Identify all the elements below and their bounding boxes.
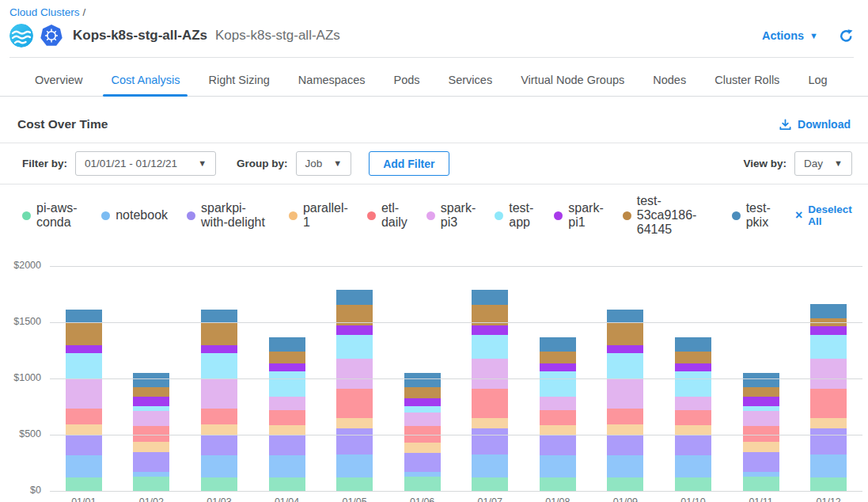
stacked-bar-01/01[interactable] xyxy=(66,310,102,491)
bar-segment-spark-pi3[interactable] xyxy=(269,397,305,410)
bar-segment-spark-pi3[interactable] xyxy=(66,379,102,409)
legend-item-spark-pi3[interactable]: spark-pi3 xyxy=(426,201,476,230)
download-button[interactable]: Download xyxy=(779,118,851,131)
legend-item-test-53ca9186-64145[interactable]: test-53ca9186-64145 xyxy=(623,194,713,237)
bar-segment-test-app[interactable] xyxy=(540,371,576,397)
legend-item-spark-pi1[interactable]: spark-pi1 xyxy=(554,201,603,230)
bar-segment-test-app[interactable] xyxy=(810,335,847,359)
bar-segment-sparkpi-with-delight[interactable] xyxy=(540,435,576,455)
bar-segment-spark-pi3[interactable] xyxy=(133,411,169,426)
bar-segment-parallel-1[interactable] xyxy=(269,425,305,435)
tab-namespaces[interactable]: Namespaces xyxy=(284,74,380,96)
tab-overview[interactable]: Overview xyxy=(21,74,97,96)
bar-segment-spark-pi1[interactable] xyxy=(269,363,305,371)
bar-segment-notebook[interactable] xyxy=(607,455,643,477)
legend-item-parallel-1[interactable]: parallel-1 xyxy=(289,201,348,230)
stacked-bar-01/10[interactable] xyxy=(675,337,711,491)
bar-segment-etl-daily[interactable] xyxy=(540,410,576,425)
bar-segment-parallel-1[interactable] xyxy=(404,443,441,453)
bar-segment-pi-aws-conda[interactable] xyxy=(743,477,779,491)
view-by-select[interactable]: Day ▼ xyxy=(794,151,852,176)
bar-segment-test-pkix[interactable] xyxy=(336,290,373,305)
stacked-bar-01/11[interactable] xyxy=(743,373,779,491)
bar-segment-test-app[interactable] xyxy=(472,335,508,359)
bar-segment-etl-daily[interactable] xyxy=(810,389,847,419)
bar-segment-sparkpi-with-delight[interactable] xyxy=(201,435,237,455)
bar-segment-test-pkix[interactable] xyxy=(810,304,847,319)
tab-cost-analysis[interactable]: Cost Analysis xyxy=(97,74,194,96)
bar-segment-etl-daily[interactable] xyxy=(66,409,102,424)
bar-segment-etl-daily[interactable] xyxy=(133,426,169,442)
bar-segment-test-53ca9186-64145[interactable] xyxy=(743,387,779,397)
bar-segment-test-app[interactable] xyxy=(269,371,305,397)
bar-segment-spark-pi3[interactable] xyxy=(404,413,441,427)
bar-segment-parallel-1[interactable] xyxy=(66,424,102,435)
bar-segment-test-app[interactable] xyxy=(675,371,711,397)
bar-segment-test-pkix[interactable] xyxy=(607,310,643,323)
bar-segment-etl-daily[interactable] xyxy=(743,426,779,442)
bar-segment-sparkpi-with-delight[interactable] xyxy=(336,428,373,454)
bar-segment-test-53ca9186-64145[interactable] xyxy=(66,323,102,345)
bar-segment-spark-pi1[interactable] xyxy=(133,397,169,405)
bar-segment-sparkpi-with-delight[interactable] xyxy=(66,435,102,455)
bar-segment-test-app[interactable] xyxy=(607,353,643,379)
bar-segment-spark-pi1[interactable] xyxy=(607,345,643,353)
bar-segment-pi-aws-conda[interactable] xyxy=(269,477,305,491)
tab-services[interactable]: Services xyxy=(434,74,507,96)
stacked-bar-01/03[interactable] xyxy=(201,310,237,491)
bar-segment-notebook[interactable] xyxy=(66,455,102,477)
bar-segment-test-pkix[interactable] xyxy=(675,337,711,352)
bar-segment-test-53ca9186-64145[interactable] xyxy=(201,323,237,345)
legend-item-pi-aws-conda[interactable]: pi-aws-conda xyxy=(22,201,82,230)
bar-segment-spark-pi1[interactable] xyxy=(675,363,711,371)
bar-segment-pi-aws-conda[interactable] xyxy=(810,477,847,491)
bar-segment-test-53ca9186-64145[interactable] xyxy=(133,387,169,397)
stacked-bar-01/05[interactable] xyxy=(336,290,373,491)
bar-segment-parallel-1[interactable] xyxy=(201,424,237,435)
bar-segment-spark-pi1[interactable] xyxy=(336,325,373,334)
bar-segment-parallel-1[interactable] xyxy=(675,425,711,435)
legend-item-test-app[interactable]: test-app xyxy=(495,201,535,230)
deselect-all-button[interactable]: × Deselect All xyxy=(795,203,852,227)
bar-segment-etl-daily[interactable] xyxy=(607,409,643,424)
stacked-bar-01/02[interactable] xyxy=(133,373,169,491)
bar-segment-test-53ca9186-64145[interactable] xyxy=(269,352,305,363)
bar-segment-parallel-1[interactable] xyxy=(540,425,576,435)
bar-segment-pi-aws-conda[interactable] xyxy=(607,477,643,491)
bar-segment-pi-aws-conda[interactable] xyxy=(336,477,373,491)
bar-segment-test-pkix[interactable] xyxy=(404,373,441,388)
bar-segment-test-pkix[interactable] xyxy=(201,310,237,323)
bar-segment-spark-pi3[interactable] xyxy=(607,379,643,409)
bar-segment-sparkpi-with-delight[interactable] xyxy=(472,428,508,454)
bar-segment-test-pkix[interactable] xyxy=(472,290,508,305)
stacked-bar-01/12[interactable] xyxy=(810,304,847,491)
bar-segment-spark-pi1[interactable] xyxy=(810,326,847,335)
bar-segment-notebook[interactable] xyxy=(336,454,373,477)
bar-segment-notebook[interactable] xyxy=(675,455,711,477)
bar-segment-etl-daily[interactable] xyxy=(269,410,305,425)
tab-log[interactable]: Log xyxy=(794,74,841,96)
bar-segment-pi-aws-conda[interactable] xyxy=(472,477,508,491)
legend-item-etl-daily[interactable]: etl-daily xyxy=(367,201,407,230)
bar-segment-test-pkix[interactable] xyxy=(540,337,576,352)
tab-cluster-rolls[interactable]: Cluster Rolls xyxy=(700,74,794,96)
bar-segment-spark-pi1[interactable] xyxy=(540,363,576,371)
add-filter-button[interactable]: Add Filter xyxy=(369,151,449,176)
bar-segment-parallel-1[interactable] xyxy=(743,442,779,453)
bar-segment-test-app[interactable] xyxy=(66,353,102,379)
bar-segment-pi-aws-conda[interactable] xyxy=(133,477,169,491)
bar-segment-etl-daily[interactable] xyxy=(336,389,373,419)
tab-virtual-node-groups[interactable]: Virtual Node Groups xyxy=(506,74,639,96)
stacked-bar-01/04[interactable] xyxy=(269,337,305,491)
bar-segment-spark-pi3[interactable] xyxy=(743,411,779,426)
bar-segment-spark-pi3[interactable] xyxy=(540,397,576,410)
tab-right-sizing[interactable]: Right Sizing xyxy=(194,74,283,96)
bar-segment-notebook[interactable] xyxy=(269,455,305,477)
bar-segment-test-53ca9186-64145[interactable] xyxy=(675,352,711,363)
bar-segment-parallel-1[interactable] xyxy=(472,418,508,428)
bar-segment-notebook[interactable] xyxy=(540,455,576,477)
bar-segment-spark-pi1[interactable] xyxy=(472,325,508,334)
bar-segment-etl-daily[interactable] xyxy=(675,410,711,425)
bar-segment-pi-aws-conda[interactable] xyxy=(675,477,711,491)
bar-segment-pi-aws-conda[interactable] xyxy=(66,477,102,491)
